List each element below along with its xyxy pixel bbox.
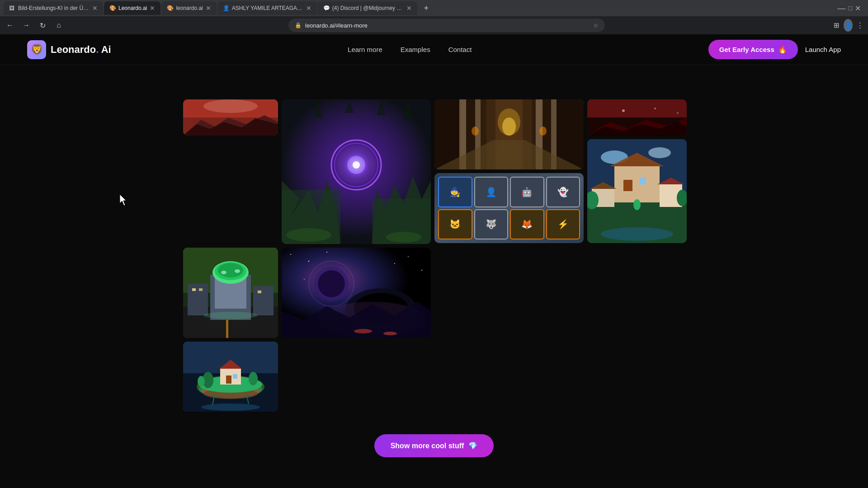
fire-icon: 🔥 [778, 45, 787, 54]
svg-rect-77 [258, 291, 261, 293]
desert-svg [183, 99, 278, 136]
back-button[interactable]: ← [4, 19, 16, 32]
gallery-spacer-2 [282, 342, 430, 412]
gallery-spacer-right [434, 248, 583, 338]
address-bar-actions: ☆ [593, 22, 599, 29]
svg-point-83 [408, 256, 409, 257]
gallery-col-far-right [587, 99, 687, 244]
site-logo[interactable]: 🦁 Leonardo. Ai [27, 40, 111, 59]
minimize-button[interactable]: — [838, 4, 846, 13]
maximize-button[interactable]: □ [849, 5, 852, 12]
char-token-1: 🧙 [438, 177, 472, 207]
gallery-item-desert [183, 99, 278, 136]
svg-rect-16 [282, 190, 340, 244]
gem-icon: 💎 [468, 441, 477, 450]
tab-close-4[interactable]: ✕ [306, 5, 311, 12]
site-navbar: 🦁 Leonardo. Ai Learn more Examples Conta… [0, 34, 868, 65]
nav-links: Learn more Examples Contact [348, 46, 472, 54]
svg-rect-52 [623, 180, 632, 191]
address-text: leonardo.ai/#learn-more [305, 22, 368, 29]
svg-point-80 [290, 254, 291, 255]
svg-point-86 [394, 263, 395, 264]
tab-close-3[interactable]: ✕ [206, 5, 211, 12]
svg-point-44 [677, 112, 679, 114]
svg-point-81 [308, 261, 310, 262]
tab-favicon-1: 🖼 [9, 5, 15, 11]
tab-close-2[interactable]: ✕ [150, 5, 155, 12]
island-svg [183, 342, 278, 412]
main-content: 🧙 👤 🤖 👻 🐱 🐺 🦊 ⚡ [0, 99, 868, 488]
svg-point-42 [622, 109, 625, 112]
nav-link-contact[interactable]: Contact [448, 46, 472, 53]
svg-point-30 [502, 117, 516, 136]
tab-bar: 🖼 Bild-Erstellungs-KI in der Übers... ✕ … [0, 0, 868, 16]
lock-icon: 🔒 [295, 22, 302, 28]
close-button[interactable]: ✕ [855, 4, 861, 13]
svg-point-48 [648, 147, 671, 158]
svg-point-109 [249, 372, 258, 385]
show-more-button[interactable]: Show more cool stuff 💎 [374, 434, 494, 457]
tab-favicon-4: 👤 [223, 5, 229, 11]
browser-tab-3[interactable]: 🎨 leonardo.ai ✕ [161, 1, 216, 15]
bookmark-icon[interactable]: ☆ [593, 22, 599, 29]
svg-rect-17 [372, 199, 431, 244]
browser-tab-4[interactable]: 👤 ASHLY YAMILE ARTEAGA BLAN... ✕ [217, 1, 317, 15]
home-button[interactable]: ⌂ [52, 19, 65, 32]
scifi-svg [183, 248, 278, 338]
tab-favicon-5: 💬 [323, 5, 330, 11]
tab-close-5[interactable]: ✕ [406, 5, 412, 12]
svg-rect-107 [233, 374, 237, 379]
extensions-icon[interactable]: ⊞ [832, 21, 841, 30]
char-token-3: 🤖 [510, 177, 544, 207]
char-token-6: 🐺 [474, 209, 509, 240]
svg-point-95 [354, 329, 372, 333]
new-tab-button[interactable]: + [420, 2, 433, 14]
svg-rect-76 [199, 288, 203, 291]
gallery-spacer-4 [586, 342, 685, 412]
gallery-spacer-3 [434, 342, 583, 412]
char-token-4: 👻 [546, 177, 580, 207]
menu-icon[interactable]: ⋮ [855, 21, 864, 30]
early-access-label: Get Early Access [719, 46, 774, 53]
reload-button[interactable]: ↻ [36, 19, 49, 32]
forward-button[interactable]: → [20, 19, 33, 32]
characters-grid: 🧙 👤 🤖 👻 🐱 🐺 🦊 ⚡ [434, 173, 584, 243]
tab-title-3: leonardo.ai [176, 5, 203, 11]
show-more-label: Show more cool stuff [391, 442, 464, 450]
svg-point-2 [203, 99, 258, 113]
user-avatar: 👤 [844, 19, 853, 32]
nav-actions: Get Early Access 🔥 Launch App [708, 40, 841, 59]
gallery-item-cottage [587, 139, 687, 243]
browser-tab-2[interactable]: 🎨 Leonardo.ai ✕ [104, 1, 160, 15]
svg-point-110 [198, 376, 205, 387]
profile-icon[interactable]: 👤 [844, 21, 853, 30]
browser-tab-5[interactable]: 💬 (4) Discord | @Midjourney Bot ✕ [318, 1, 417, 15]
browser-chrome: 🖼 Bild-Erstellungs-KI in der Übers... ✕ … [0, 0, 868, 34]
gallery-layout: 🧙 👤 🤖 👻 🐱 🐺 🦊 ⚡ [183, 99, 685, 412]
svg-point-84 [421, 270, 423, 271]
gallery-section: 🧙 👤 🤖 👻 🐱 🐺 🦊 ⚡ [0, 99, 868, 412]
svg-point-78 [203, 312, 258, 319]
launch-app-button[interactable]: Launch App [805, 46, 841, 53]
nav-link-examples[interactable]: Examples [401, 46, 430, 53]
gallery-item-scifi [183, 248, 278, 338]
svg-point-37 [539, 127, 547, 136]
toolbar-icons: ⊞ 👤 ⋮ [832, 21, 864, 30]
svg-rect-74 [253, 286, 274, 315]
svg-point-72 [235, 269, 240, 273]
address-bar-row: ← → ↻ ⌂ 🔒 leonardo.ai/#learn-more ☆ ⊞ 👤 … [0, 16, 868, 34]
gallery-item-snowy [587, 99, 687, 136]
svg-rect-106 [226, 375, 231, 384]
tab-favicon-2: 🎨 [109, 5, 116, 11]
svg-point-15 [353, 161, 360, 169]
browser-tab-1[interactable]: 🖼 Bild-Erstellungs-KI in der Übers... ✕ [4, 1, 103, 15]
show-more-section: Show more cool stuff 💎 [0, 434, 868, 457]
svg-rect-51 [614, 166, 660, 202]
tab-title-1: Bild-Erstellungs-KI in der Übers... [18, 5, 90, 11]
svg-point-111 [201, 404, 260, 411]
early-access-button[interactable]: Get Early Access 🔥 [708, 40, 798, 59]
address-bar[interactable]: 🔒 leonardo.ai/#learn-more ☆ [288, 19, 605, 32]
tab-close-1[interactable]: ✕ [92, 5, 98, 12]
nav-link-learn[interactable]: Learn more [348, 46, 382, 53]
gallery-item-island [183, 342, 278, 412]
